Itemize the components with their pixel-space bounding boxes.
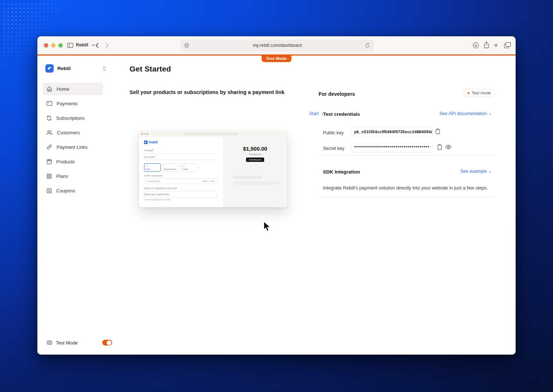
reveal-eye-icon[interactable]	[445, 145, 451, 149]
close-window-button[interactable]	[44, 43, 48, 48]
public-key-value[interactable]: pk_c51f354ccff5494f9735ecc14884094d	[351, 127, 433, 136]
preview-add-discount-button: Add discount	[246, 158, 265, 162]
mouse-cursor	[263, 221, 271, 234]
sidebar-toggle-icon[interactable]	[67, 43, 73, 48]
downloads-icon[interactable]	[472, 42, 479, 49]
app-page: Test Mode Rebill Home Payments	[37, 54, 516, 355]
sidebar-item-plans[interactable]: Plans	[43, 170, 103, 182]
rebill-logo-icon	[45, 64, 54, 73]
chevron-right-icon: ›	[489, 111, 491, 116]
url-text: my.rebill.com/dashboard	[253, 43, 302, 48]
sdk-integration-header: SDK Integration See example›	[323, 168, 491, 175]
sidebar-item-home[interactable]: Home	[43, 83, 103, 95]
new-tab-icon[interactable]: +	[494, 42, 498, 49]
zoom-window-button[interactable]	[58, 43, 63, 48]
sidebar-item-coupons[interactable]: Coupons	[43, 184, 103, 197]
test-mode-label: Test Mode	[56, 340, 78, 346]
preview-method-bank: ⌂Bank transfer	[163, 163, 179, 172]
preview-method-card: ▭Card	[144, 163, 161, 172]
tab-chevron-down-icon[interactable]	[92, 44, 95, 46]
sidebar-item-label: Payment Links	[57, 144, 87, 150]
see-api-documentation-link[interactable]: See API documentation›	[439, 111, 491, 116]
preview-checkout-form: Rebill ✉ Email* Full name* ▭Card ⌂Bank t…	[139, 137, 223, 207]
tab-overview-icon[interactable]	[504, 42, 511, 48]
payment-link-heading: Sell your products or subscriptions by s…	[130, 89, 300, 95]
payment-link-preview: Rebill ✉ Email* Full name* ▭Card ⌂Bank t…	[139, 131, 287, 207]
sidebar-item-label: Home	[57, 86, 69, 92]
preview-amount: $1,500.00	[223, 146, 287, 152]
sidebar-item-subscriptions[interactable]: Subscriptions	[43, 112, 103, 124]
preview-fullname-field: Full name*	[144, 154, 218, 160]
link-icon	[46, 144, 52, 150]
reload-icon[interactable]	[365, 43, 370, 48]
coupon-ticket-icon	[46, 188, 52, 193]
start-link-row: Start›	[130, 110, 323, 117]
workspace-switcher[interactable]: Rebill	[45, 64, 106, 73]
back-button[interactable]	[95, 43, 99, 49]
public-key-label: Public key	[323, 130, 344, 135]
see-example-link[interactable]: See example›	[460, 169, 491, 174]
sidebar-item-label: Customers	[57, 130, 80, 135]
test-credentials-heading: Test credentials	[323, 111, 360, 117]
secret-key-label: Secret key	[323, 146, 344, 151]
browser-chrome: Rebill my.rebill.com/dashboard +	[37, 36, 516, 54]
test-mode-pill: Test mode	[463, 89, 495, 97]
preview-total-label: Total amount	[223, 153, 287, 155]
secret-key-value-masked[interactable]: **************************************	[351, 143, 433, 152]
sidebar-item-label: Coupons	[56, 188, 75, 193]
privacy-shield-icon[interactable]	[184, 43, 189, 48]
preview-name-on-card-field: Name as it appears on the card	[144, 185, 218, 191]
preview-interest-note: * Interest will apply from your bank	[144, 199, 218, 201]
preview-method-cash: ▭Cash	[181, 163, 198, 172]
sdk-integration-heading: SDK Integration	[323, 169, 360, 175]
copy-icon[interactable]	[437, 144, 442, 150]
preview-card-number-row: ▭ Card number MM/YY CVC ◦	[144, 178, 218, 184]
sidebar-nav: Home Payments Subscriptions Customers Pa…	[43, 83, 103, 199]
test-mode-top-badge: Test Mode	[262, 55, 291, 62]
browser-tab-title[interactable]: Rebill	[76, 42, 88, 48]
test-mode-row: Test Mode	[47, 340, 112, 346]
chevron-right-icon: ›	[489, 169, 491, 174]
share-icon[interactable]	[483, 41, 489, 49]
page-title: Get Started	[130, 65, 171, 73]
sidebar-item-payment-links[interactable]: Payment Links	[43, 141, 103, 153]
for-developers-heading: For developers	[319, 91, 355, 97]
start-link[interactable]: Start›	[309, 111, 323, 116]
public-key-row: Public key pk_c51f354ccff5494f9735ecc148…	[323, 129, 491, 136]
workspace-name: Rebill	[57, 66, 71, 71]
sidebar-item-products[interactable]: Products	[43, 155, 103, 168]
preview-summary-panel: $1,500.00 Total amount Add discount	[223, 137, 287, 207]
orange-dot-icon	[468, 92, 470, 94]
for-developers-section: For developers Test mode Test credential…	[319, 91, 495, 99]
divider	[319, 155, 495, 156]
sidebar-item-payments[interactable]: Payments	[43, 97, 103, 110]
sidebar-item-customers[interactable]: Customers	[43, 126, 103, 139]
sidebar-item-label: Payments	[57, 101, 78, 106]
sdk-description: Integrate Rebill's payment solution dire…	[323, 185, 491, 191]
preview-card-section-label: Credit or debit card ▪▪	[144, 175, 218, 177]
sidebar-item-label: Subscriptions	[56, 115, 85, 121]
sidebar: Rebill Home Payments Subscriptions	[37, 56, 121, 355]
preview-browser-chrome	[139, 131, 287, 137]
credit-card-icon	[46, 101, 52, 106]
divider	[319, 197, 495, 197]
plans-grid-icon	[46, 173, 52, 179]
test-credentials-header: Test credentials See API documentation›	[323, 111, 491, 117]
minimize-window-button[interactable]	[51, 43, 56, 48]
customers-people-icon	[46, 130, 53, 135]
browser-window: Rebill my.rebill.com/dashboard +	[37, 36, 516, 355]
refresh-cycle-icon	[46, 115, 52, 121]
preview-rebill-logo: Rebill	[144, 140, 218, 144]
workspace-selector-icon[interactable]	[103, 66, 106, 71]
preview-email-field: ✉ Email*	[144, 147, 218, 154]
preview-installments-field: Select your installments⌄	[144, 191, 218, 198]
url-bar[interactable]: my.rebill.com/dashboard	[181, 40, 374, 51]
secret-key-row: Secret key *****************************…	[323, 145, 491, 151]
test-mode-switch-icon	[47, 340, 52, 345]
copy-icon[interactable]	[435, 128, 440, 134]
sidebar-item-label: Plans	[56, 173, 68, 179]
test-mode-toggle[interactable]	[102, 340, 112, 346]
sidebar-item-label: Products	[56, 159, 75, 164]
forward-button[interactable]	[106, 43, 109, 49]
home-icon	[46, 86, 52, 92]
